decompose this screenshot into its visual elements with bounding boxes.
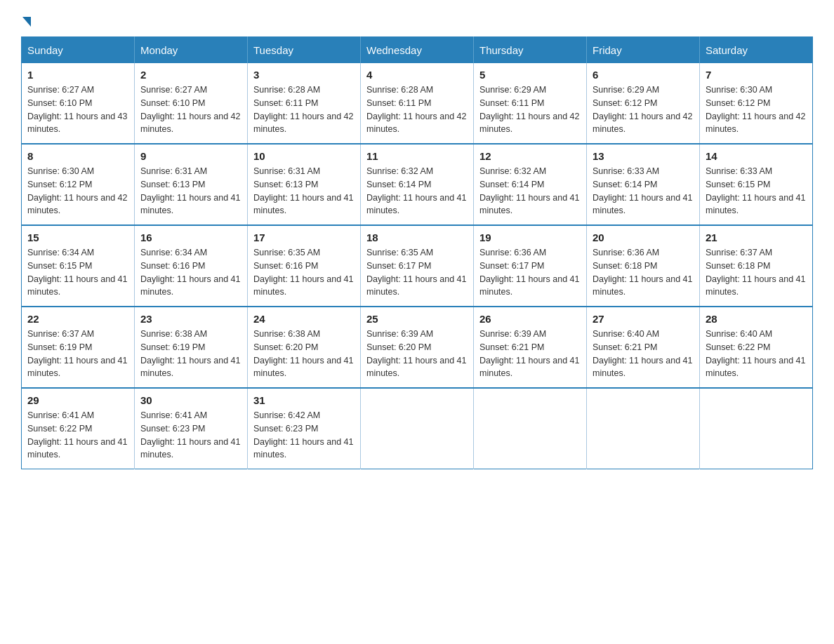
logo [21, 14, 31, 24]
sunset-label: Sunset: 6:17 PM [366, 261, 431, 271]
calendar-table: SundayMondayTuesdayWednesdayThursdayFrid… [21, 36, 813, 469]
calendar-day-header: Friday [587, 37, 700, 64]
calendar-day-cell: 29 Sunrise: 6:41 AM Sunset: 6:22 PM Dayl… [22, 388, 135, 469]
sunrise-label: Sunrise: 6:37 AM [706, 248, 772, 257]
calendar-day-cell: 30 Sunrise: 6:41 AM Sunset: 6:23 PM Dayl… [135, 388, 248, 469]
day-info: Sunrise: 6:40 AM Sunset: 6:21 PM Dayligh… [593, 328, 694, 380]
day-number: 16 [140, 232, 241, 243]
logo-line [21, 14, 31, 27]
calendar-day-header: Thursday [474, 37, 587, 64]
calendar-day-header: Saturday [700, 37, 813, 64]
sunset-label: Sunset: 6:16 PM [140, 261, 205, 271]
day-info: Sunrise: 6:34 AM Sunset: 6:15 PM Dayligh… [27, 246, 128, 299]
sunset-label: Sunset: 6:18 PM [706, 261, 770, 271]
daylight-label: Daylight: 11 hours and 41 minutes. [27, 274, 127, 297]
calendar-day-cell [700, 388, 813, 469]
daylight-label: Daylight: 11 hours and 42 minutes. [27, 193, 127, 216]
sunrise-label: Sunrise: 6:30 AM [706, 85, 772, 95]
daylight-label: Daylight: 11 hours and 42 minutes. [706, 112, 805, 135]
day-info: Sunrise: 6:35 AM Sunset: 6:17 PM Dayligh… [366, 246, 468, 299]
sunset-label: Sunset: 6:18 PM [593, 261, 657, 271]
sunrise-label: Sunrise: 6:41 AM [27, 410, 94, 420]
day-info: Sunrise: 6:42 AM Sunset: 6:23 PM Dayligh… [253, 409, 355, 462]
sunrise-label: Sunrise: 6:39 AM [366, 329, 433, 339]
sunset-label: Sunset: 6:20 PM [366, 342, 431, 352]
sunset-label: Sunset: 6:13 PM [140, 180, 205, 189]
sunrise-label: Sunrise: 6:34 AM [27, 248, 94, 257]
sunset-label: Sunset: 6:10 PM [27, 98, 92, 108]
daylight-label: Daylight: 11 hours and 42 minutes. [253, 112, 353, 135]
sunset-label: Sunset: 6:12 PM [27, 180, 92, 189]
sunrise-label: Sunrise: 6:32 AM [366, 166, 433, 176]
day-info: Sunrise: 6:31 AM Sunset: 6:13 PM Dayligh… [140, 165, 241, 217]
calendar-day-cell: 14 Sunrise: 6:33 AM Sunset: 6:15 PM Dayl… [700, 144, 813, 225]
day-number: 3 [253, 69, 355, 81]
calendar-day-cell: 26 Sunrise: 6:39 AM Sunset: 6:21 PM Dayl… [474, 307, 587, 388]
sunrise-label: Sunrise: 6:35 AM [366, 248, 433, 257]
daylight-label: Daylight: 11 hours and 42 minutes. [140, 112, 240, 135]
daylight-label: Daylight: 11 hours and 41 minutes. [253, 274, 353, 297]
calendar-day-cell: 12 Sunrise: 6:32 AM Sunset: 6:14 PM Dayl… [474, 144, 587, 225]
day-number: 29 [27, 394, 128, 406]
day-number: 12 [479, 150, 581, 162]
daylight-label: Daylight: 11 hours and 41 minutes. [706, 274, 805, 297]
sunrise-label: Sunrise: 6:28 AM [253, 85, 320, 95]
daylight-label: Daylight: 11 hours and 41 minutes. [479, 356, 579, 379]
sunrise-label: Sunrise: 6:28 AM [366, 85, 433, 95]
calendar-day-cell: 4 Sunrise: 6:28 AM Sunset: 6:11 PM Dayli… [361, 63, 474, 144]
day-info: Sunrise: 6:39 AM Sunset: 6:20 PM Dayligh… [366, 328, 468, 380]
day-info: Sunrise: 6:36 AM Sunset: 6:17 PM Dayligh… [479, 246, 581, 299]
sunrise-label: Sunrise: 6:33 AM [706, 166, 772, 176]
daylight-label: Daylight: 11 hours and 41 minutes. [253, 193, 353, 216]
day-number: 30 [140, 394, 241, 406]
day-number: 2 [140, 69, 241, 81]
calendar-day-cell: 15 Sunrise: 6:34 AM Sunset: 6:15 PM Dayl… [22, 225, 135, 307]
calendar-day-header: Monday [135, 37, 248, 64]
calendar-day-cell: 11 Sunrise: 6:32 AM Sunset: 6:14 PM Dayl… [361, 144, 474, 225]
daylight-label: Daylight: 11 hours and 41 minutes. [366, 274, 466, 297]
sunset-label: Sunset: 6:11 PM [479, 98, 544, 108]
day-number: 15 [27, 232, 128, 243]
day-number: 10 [253, 150, 355, 162]
day-number: 22 [27, 313, 128, 325]
sunset-label: Sunset: 6:13 PM [253, 180, 318, 189]
day-number: 28 [706, 313, 807, 325]
sunset-label: Sunset: 6:21 PM [479, 342, 544, 352]
day-info: Sunrise: 6:37 AM Sunset: 6:18 PM Dayligh… [706, 246, 807, 299]
day-info: Sunrise: 6:37 AM Sunset: 6:19 PM Dayligh… [27, 328, 128, 380]
day-info: Sunrise: 6:31 AM Sunset: 6:13 PM Dayligh… [253, 165, 355, 217]
sunrise-label: Sunrise: 6:37 AM [27, 329, 94, 339]
day-info: Sunrise: 6:27 AM Sunset: 6:10 PM Dayligh… [140, 83, 241, 136]
day-number: 31 [253, 394, 355, 406]
calendar-day-cell: 7 Sunrise: 6:30 AM Sunset: 6:12 PM Dayli… [700, 63, 813, 144]
calendar-day-cell: 25 Sunrise: 6:39 AM Sunset: 6:20 PM Dayl… [361, 307, 474, 388]
daylight-label: Daylight: 11 hours and 41 minutes. [140, 437, 240, 460]
day-info: Sunrise: 6:27 AM Sunset: 6:10 PM Dayligh… [27, 83, 128, 136]
calendar-day-cell: 23 Sunrise: 6:38 AM Sunset: 6:19 PM Dayl… [135, 307, 248, 388]
daylight-label: Daylight: 11 hours and 41 minutes. [27, 437, 127, 460]
calendar-day-cell [474, 388, 587, 469]
daylight-label: Daylight: 11 hours and 41 minutes. [140, 356, 240, 379]
sunset-label: Sunset: 6:23 PM [253, 424, 318, 434]
day-info: Sunrise: 6:34 AM Sunset: 6:16 PM Dayligh… [140, 246, 241, 299]
sunrise-label: Sunrise: 6:30 AM [27, 166, 94, 176]
sunrise-label: Sunrise: 6:27 AM [27, 85, 94, 95]
day-number: 24 [253, 313, 355, 325]
sunset-label: Sunset: 6:10 PM [140, 98, 205, 108]
day-number: 26 [479, 313, 581, 325]
calendar-day-cell: 3 Sunrise: 6:28 AM Sunset: 6:11 PM Dayli… [248, 63, 361, 144]
calendar-week-row: 22 Sunrise: 6:37 AM Sunset: 6:19 PM Dayl… [22, 307, 813, 388]
day-number: 27 [593, 313, 694, 325]
day-info: Sunrise: 6:40 AM Sunset: 6:22 PM Dayligh… [706, 328, 807, 380]
sunset-label: Sunset: 6:14 PM [366, 180, 431, 189]
sunrise-label: Sunrise: 6:40 AM [593, 329, 659, 339]
sunset-label: Sunset: 6:21 PM [593, 342, 657, 352]
calendar-week-row: 8 Sunrise: 6:30 AM Sunset: 6:12 PM Dayli… [22, 144, 813, 225]
sunset-label: Sunset: 6:19 PM [27, 342, 92, 352]
day-info: Sunrise: 6:36 AM Sunset: 6:18 PM Dayligh… [593, 246, 694, 299]
calendar-week-row: 15 Sunrise: 6:34 AM Sunset: 6:15 PM Dayl… [22, 225, 813, 307]
day-info: Sunrise: 6:33 AM Sunset: 6:14 PM Dayligh… [593, 165, 694, 217]
calendar-day-cell: 1 Sunrise: 6:27 AM Sunset: 6:10 PM Dayli… [22, 63, 135, 144]
day-info: Sunrise: 6:41 AM Sunset: 6:23 PM Dayligh… [140, 409, 241, 462]
day-info: Sunrise: 6:33 AM Sunset: 6:15 PM Dayligh… [706, 165, 807, 217]
